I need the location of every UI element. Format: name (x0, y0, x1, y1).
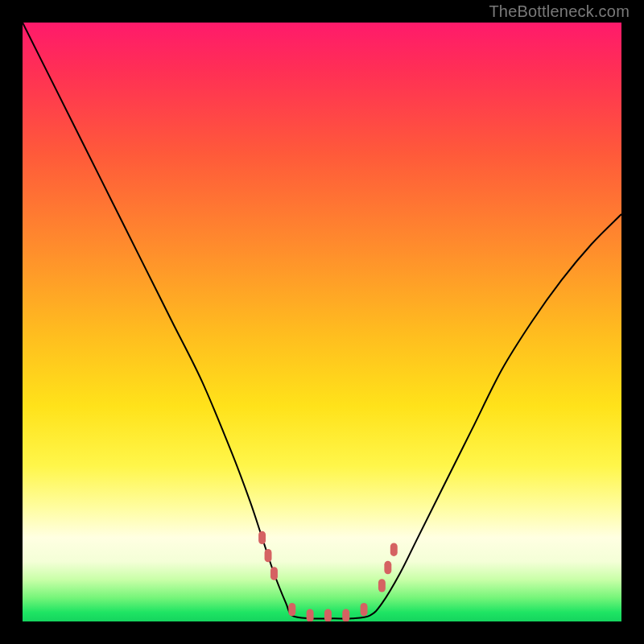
valley-marker (342, 609, 349, 621)
valley-marker (288, 603, 295, 616)
valley-marker (378, 579, 386, 592)
plot-area (23, 23, 621, 621)
bottleneck-curve-path (23, 23, 621, 619)
bottleneck-curve (23, 23, 621, 619)
valley-marker (384, 561, 391, 574)
valley-marker (361, 603, 368, 616)
valley-marker (324, 609, 332, 621)
valley-marker (307, 609, 314, 621)
valley-marker (258, 531, 266, 544)
valley-marker (390, 543, 398, 556)
valley-marker (265, 549, 272, 562)
valley-marker (270, 567, 278, 580)
attribution-text: TheBottleneck.com (489, 2, 630, 21)
curve-layer (23, 23, 621, 621)
curve-svg (23, 23, 621, 621)
chart-frame: TheBottleneck.com (0, 0, 644, 644)
valley-markers (258, 531, 398, 621)
